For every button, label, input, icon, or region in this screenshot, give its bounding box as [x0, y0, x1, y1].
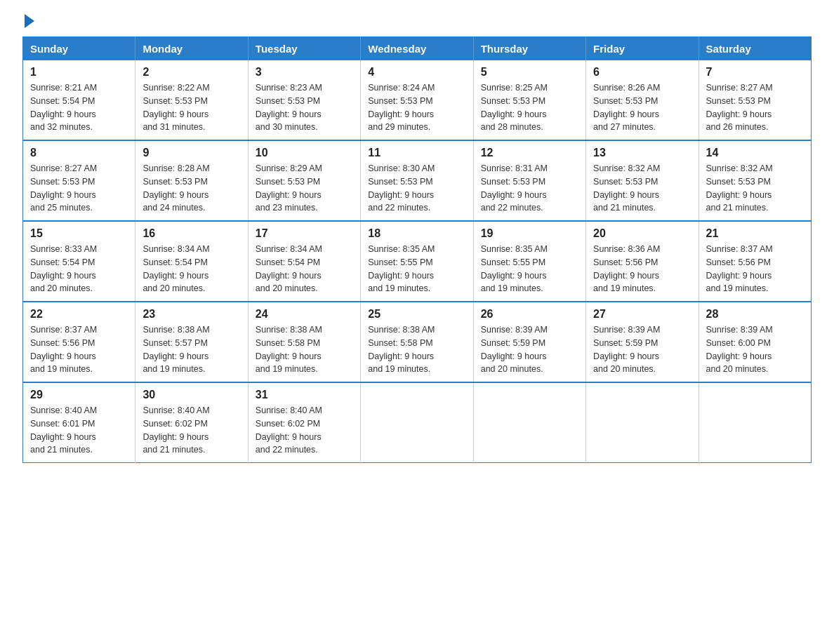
day-cell: 16 Sunrise: 8:34 AM Sunset: 5:54 PM Dayl… [135, 221, 248, 302]
day-number: 1 [30, 66, 128, 79]
day-number: 6 [593, 66, 691, 79]
day-info: Sunrise: 8:37 AM Sunset: 5:56 PM Dayligh… [30, 323, 128, 376]
day-cell: 2 Sunrise: 8:22 AM Sunset: 5:53 PM Dayli… [135, 60, 248, 140]
day-cell [361, 382, 473, 463]
day-cell: 20 Sunrise: 8:36 AM Sunset: 5:56 PM Dayl… [586, 221, 699, 302]
day-number: 19 [481, 227, 578, 240]
day-info: Sunrise: 8:37 AM Sunset: 5:56 PM Dayligh… [706, 243, 804, 295]
day-cell: 4 Sunrise: 8:24 AM Sunset: 5:53 PM Dayli… [361, 60, 473, 140]
day-info: Sunrise: 8:39 AM Sunset: 6:00 PM Dayligh… [706, 323, 804, 376]
day-number: 5 [481, 66, 578, 79]
day-info: Sunrise: 8:34 AM Sunset: 5:54 PM Dayligh… [256, 243, 353, 295]
day-cell: 1 Sunrise: 8:21 AM Sunset: 5:54 PM Dayli… [23, 60, 135, 140]
day-info: Sunrise: 8:32 AM Sunset: 5:53 PM Dayligh… [706, 162, 804, 215]
day-info: Sunrise: 8:40 AM Sunset: 6:02 PM Dayligh… [143, 404, 240, 457]
day-cell [473, 382, 585, 463]
day-info: Sunrise: 8:24 AM Sunset: 5:53 PM Dayligh… [368, 81, 465, 134]
day-info: Sunrise: 8:38 AM Sunset: 5:57 PM Dayligh… [143, 323, 240, 376]
day-number: 25 [368, 308, 465, 321]
day-number: 2 [143, 66, 240, 79]
day-number: 26 [481, 308, 578, 321]
day-number: 7 [706, 66, 804, 79]
day-number: 30 [143, 389, 240, 401]
day-cell: 10 Sunrise: 8:29 AM Sunset: 5:53 PM Dayl… [248, 140, 360, 221]
weekday-header-sunday: Sunday [23, 37, 135, 61]
weekday-header-thursday: Thursday [473, 37, 585, 61]
day-cell: 9 Sunrise: 8:28 AM Sunset: 5:53 PM Dayli… [135, 140, 248, 221]
day-cell: 18 Sunrise: 8:35 AM Sunset: 5:55 PM Dayl… [361, 221, 473, 302]
day-number: 4 [368, 66, 465, 79]
day-info: Sunrise: 8:31 AM Sunset: 5:53 PM Dayligh… [481, 162, 578, 215]
day-info: Sunrise: 8:21 AM Sunset: 5:54 PM Dayligh… [30, 81, 128, 134]
week-row-4: 22 Sunrise: 8:37 AM Sunset: 5:56 PM Dayl… [23, 302, 812, 382]
weekday-header-wednesday: Wednesday [361, 37, 473, 61]
day-info: Sunrise: 8:23 AM Sunset: 5:53 PM Dayligh… [256, 81, 353, 134]
day-cell: 15 Sunrise: 8:33 AM Sunset: 5:54 PM Dayl… [23, 221, 135, 302]
day-info: Sunrise: 8:40 AM Sunset: 6:01 PM Dayligh… [30, 404, 128, 457]
day-cell: 19 Sunrise: 8:35 AM Sunset: 5:55 PM Dayl… [473, 221, 585, 302]
day-cell: 3 Sunrise: 8:23 AM Sunset: 5:53 PM Dayli… [248, 60, 360, 140]
day-info: Sunrise: 8:33 AM Sunset: 5:54 PM Dayligh… [30, 243, 128, 295]
day-number: 17 [256, 227, 353, 240]
day-cell: 22 Sunrise: 8:37 AM Sunset: 5:56 PM Dayl… [23, 302, 135, 382]
day-cell: 6 Sunrise: 8:26 AM Sunset: 5:53 PM Dayli… [586, 60, 699, 140]
day-cell: 7 Sunrise: 8:27 AM Sunset: 5:53 PM Dayli… [699, 60, 811, 140]
day-number: 9 [143, 147, 240, 159]
week-row-3: 15 Sunrise: 8:33 AM Sunset: 5:54 PM Dayl… [23, 221, 812, 302]
day-info: Sunrise: 8:39 AM Sunset: 5:59 PM Dayligh… [481, 323, 578, 376]
logo-triangle-icon [25, 14, 34, 28]
day-info: Sunrise: 8:25 AM Sunset: 5:53 PM Dayligh… [481, 81, 578, 134]
day-number: 29 [30, 389, 128, 401]
day-cell: 17 Sunrise: 8:34 AM Sunset: 5:54 PM Dayl… [248, 221, 360, 302]
day-info: Sunrise: 8:26 AM Sunset: 5:53 PM Dayligh… [593, 81, 691, 134]
day-info: Sunrise: 8:40 AM Sunset: 6:02 PM Dayligh… [256, 404, 353, 457]
day-number: 31 [256, 389, 353, 401]
day-cell: 11 Sunrise: 8:30 AM Sunset: 5:53 PM Dayl… [361, 140, 473, 221]
day-number: 28 [706, 308, 804, 321]
day-number: 14 [706, 147, 804, 159]
day-number: 20 [593, 227, 691, 240]
day-cell: 14 Sunrise: 8:32 AM Sunset: 5:53 PM Dayl… [699, 140, 811, 221]
day-info: Sunrise: 8:38 AM Sunset: 5:58 PM Dayligh… [368, 323, 465, 376]
day-cell: 25 Sunrise: 8:38 AM Sunset: 5:58 PM Dayl… [361, 302, 473, 382]
weekday-header-saturday: Saturday [699, 37, 811, 61]
day-number: 10 [256, 147, 353, 159]
day-cell: 8 Sunrise: 8:27 AM Sunset: 5:53 PM Dayli… [23, 140, 135, 221]
day-number: 11 [368, 147, 465, 159]
day-number: 15 [30, 227, 128, 240]
day-cell [699, 382, 811, 463]
day-info: Sunrise: 8:36 AM Sunset: 5:56 PM Dayligh… [593, 243, 691, 295]
calendar-table: SundayMondayTuesdayWednesdayThursdayFrid… [22, 36, 812, 463]
weekday-header-row: SundayMondayTuesdayWednesdayThursdayFrid… [23, 37, 812, 61]
day-info: Sunrise: 8:38 AM Sunset: 5:58 PM Dayligh… [256, 323, 353, 376]
day-cell [586, 382, 699, 463]
day-info: Sunrise: 8:32 AM Sunset: 5:53 PM Dayligh… [593, 162, 691, 215]
day-number: 12 [481, 147, 578, 159]
day-number: 27 [593, 308, 691, 321]
day-info: Sunrise: 8:28 AM Sunset: 5:53 PM Dayligh… [143, 162, 240, 215]
day-cell: 28 Sunrise: 8:39 AM Sunset: 6:00 PM Dayl… [699, 302, 811, 382]
day-cell: 13 Sunrise: 8:32 AM Sunset: 5:53 PM Dayl… [586, 140, 699, 221]
day-cell: 26 Sunrise: 8:39 AM Sunset: 5:59 PM Dayl… [473, 302, 585, 382]
weekday-header-friday: Friday [586, 37, 699, 61]
week-row-1: 1 Sunrise: 8:21 AM Sunset: 5:54 PM Dayli… [23, 60, 812, 140]
day-info: Sunrise: 8:34 AM Sunset: 5:54 PM Dayligh… [143, 243, 240, 295]
day-cell: 5 Sunrise: 8:25 AM Sunset: 5:53 PM Dayli… [473, 60, 585, 140]
day-number: 22 [30, 308, 128, 321]
day-info: Sunrise: 8:27 AM Sunset: 5:53 PM Dayligh… [30, 162, 128, 215]
day-cell: 23 Sunrise: 8:38 AM Sunset: 5:57 PM Dayl… [135, 302, 248, 382]
day-number: 3 [256, 66, 353, 79]
day-number: 8 [30, 147, 128, 159]
day-cell: 29 Sunrise: 8:40 AM Sunset: 6:01 PM Dayl… [23, 382, 135, 463]
day-number: 23 [143, 308, 240, 321]
page-header [22, 17, 812, 25]
day-cell: 12 Sunrise: 8:31 AM Sunset: 5:53 PM Dayl… [473, 140, 585, 221]
day-number: 24 [256, 308, 353, 321]
logo [22, 17, 34, 25]
day-cell: 30 Sunrise: 8:40 AM Sunset: 6:02 PM Dayl… [135, 382, 248, 463]
day-info: Sunrise: 8:30 AM Sunset: 5:53 PM Dayligh… [368, 162, 465, 215]
day-info: Sunrise: 8:29 AM Sunset: 5:53 PM Dayligh… [256, 162, 353, 215]
day-number: 16 [143, 227, 240, 240]
day-number: 13 [593, 147, 691, 159]
day-number: 18 [368, 227, 465, 240]
